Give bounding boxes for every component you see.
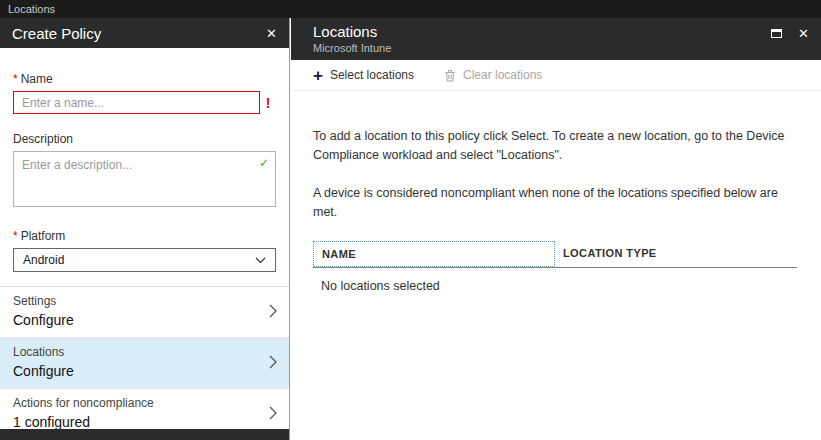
create-policy-form: *Name ! Description ✓ *Platform Android bbox=[0, 48, 289, 272]
platform-label: *Platform bbox=[13, 229, 276, 243]
name-field-group: *Name ! bbox=[13, 72, 276, 114]
close-icon[interactable]: ✕ bbox=[266, 27, 277, 40]
close-icon[interactable]: ✕ bbox=[798, 27, 809, 40]
blade-title: Create Policy bbox=[12, 25, 266, 42]
description-field-group: Description ✓ bbox=[13, 132, 276, 211]
nav-item-label: Locations bbox=[13, 345, 269, 359]
clear-locations-button[interactable]: Clear locations bbox=[444, 68, 542, 82]
description-label: Description bbox=[13, 132, 276, 146]
required-marker: * bbox=[13, 229, 18, 243]
select-locations-button[interactable]: + Select locations bbox=[313, 67, 414, 84]
locations-table-header: NAME LOCATION TYPE bbox=[313, 241, 797, 268]
nav-item-value: Configure bbox=[13, 312, 269, 328]
noncompliance-note: A device is considered noncompliant when… bbox=[313, 184, 797, 223]
required-marker: * bbox=[13, 72, 18, 86]
nav-item-settings[interactable]: Settings Configure bbox=[0, 287, 289, 338]
platform-selected-value: Android bbox=[23, 253, 64, 267]
locations-table: NAME LOCATION TYPE No locations selected bbox=[313, 241, 797, 293]
locations-toolbar: + Select locations Clear locations bbox=[291, 60, 821, 91]
create-policy-blade: Create Policy ✕ *Name ! Description ✓ *P… bbox=[0, 18, 290, 440]
platform-select[interactable]: Android bbox=[13, 248, 276, 272]
name-input[interactable] bbox=[13, 91, 260, 114]
chevron-right-icon bbox=[269, 304, 277, 318]
locations-blade: Locations Microsoft Intune ✕ + Select lo… bbox=[291, 18, 821, 440]
clear-locations-label: Clear locations bbox=[463, 68, 542, 82]
column-header-name[interactable]: NAME bbox=[313, 241, 555, 267]
name-label: *Name bbox=[13, 72, 276, 86]
blade-title: Locations bbox=[313, 23, 807, 40]
create-policy-header: Create Policy ✕ bbox=[0, 18, 289, 48]
breadcrumb-label: Locations bbox=[8, 3, 55, 15]
locations-header: Locations Microsoft Intune ✕ bbox=[291, 18, 821, 60]
platform-field-group: *Platform Android bbox=[13, 229, 276, 272]
policy-sections-list: Settings Configure Locations Configure A… bbox=[0, 286, 289, 440]
chevron-down-icon bbox=[255, 257, 266, 264]
nav-item-label: Settings bbox=[13, 294, 269, 308]
nav-item-value: Configure bbox=[13, 363, 269, 379]
select-locations-label: Select locations bbox=[330, 68, 414, 82]
chevron-right-icon bbox=[269, 355, 277, 369]
trash-icon bbox=[444, 69, 456, 82]
blade-footer-bar bbox=[0, 429, 289, 440]
column-header-location-type[interactable]: LOCATION TYPE bbox=[555, 241, 797, 267]
chevron-right-icon bbox=[269, 406, 277, 420]
maximize-icon[interactable] bbox=[771, 29, 782, 38]
blade-subtitle: Microsoft Intune bbox=[313, 42, 807, 54]
nav-item-locations[interactable]: Locations Configure bbox=[0, 338, 289, 389]
breadcrumb: Locations bbox=[0, 0, 821, 18]
locations-content: To add a location to this policy click S… bbox=[291, 91, 821, 293]
nav-item-value: 1 configured bbox=[13, 414, 269, 430]
validation-ok-icon: ✓ bbox=[259, 156, 269, 170]
empty-table-message: No locations selected bbox=[313, 279, 797, 293]
nav-item-label: Actions for noncompliance bbox=[13, 396, 269, 410]
description-input[interactable] bbox=[13, 151, 276, 207]
instructions-text: To add a location to this policy click S… bbox=[313, 127, 797, 166]
plus-icon: + bbox=[313, 67, 323, 84]
validation-error-icon: ! bbox=[260, 95, 276, 111]
